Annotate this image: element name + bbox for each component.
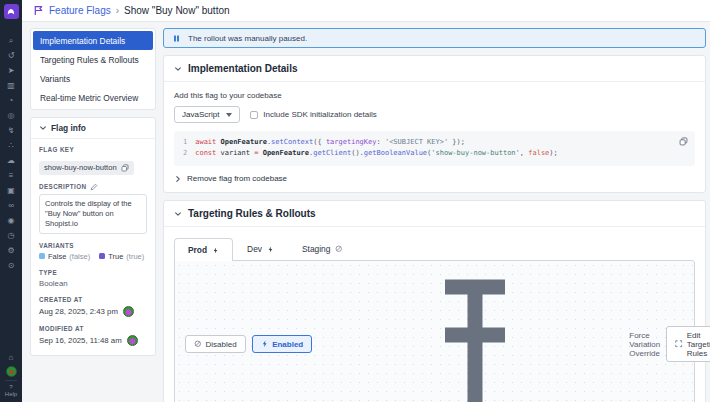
chevron-down-icon [226,113,232,117]
variant-true-swatch [99,253,105,259]
targeting-rules-card: Targeting Rules & Rollouts Prod Dev Stag… [163,200,706,402]
target-icon[interactable]: ⊙ [0,258,22,273]
implementation-details-card: Implementation Details Add this flag to … [163,55,706,193]
tab-staging-label: Staging [302,244,330,254]
settings-gear-icon[interactable]: ⚙ [0,243,22,258]
monitors-icon[interactable]: ◷ [0,228,22,243]
sidebar-item-variants[interactable]: Variants [33,69,153,88]
sidebar: Implementation Details Targeting Rules &… [30,28,156,356]
sidebar-item-implementation-details[interactable]: Implementation Details [33,31,153,50]
help-label: Help [5,391,17,398]
code-snippet: 1await OpenFeature.setContext({ targetin… [174,131,695,166]
integrations-icon[interactable]: ∞ [0,198,22,213]
enabled-button[interactable]: Enabled [252,335,313,353]
bolt-icon[interactable]: ↯ [0,123,22,138]
created-at-value: Aug 28, 2025, 2:43 pm [39,307,118,316]
language-select[interactable]: JavaScript [174,106,240,123]
tab-prod-label: Prod [188,245,207,255]
variant-true-name: True [108,252,123,261]
code-line-2: 2const variant = OpenFeature.getClient()… [183,148,686,159]
chevron-down-icon[interactable] [39,124,47,132]
tab-dev[interactable]: Dev [233,237,288,260]
bolt-icon [212,247,219,254]
feature-flag-icon [33,5,44,16]
prod-tab-panel: Disabled Enabled Force Variation Overrid… [174,260,695,402]
variant-false-swatch [39,253,45,259]
edit-targeting-rules-button[interactable]: Edit Targeting Rules [666,326,710,362]
remove-flag-toggle[interactable]: Remove flag from codebase [174,174,695,183]
datadog-logo[interactable] [4,4,19,19]
modules-icon[interactable]: ▣ [0,183,22,198]
pause-icon [172,34,181,43]
send-icon[interactable]: ➤ [0,63,22,78]
flag-key-chip: show-buy-now-button [39,161,134,175]
disabled-button-label: Disabled [206,340,237,349]
org-icon[interactable]: ⌂ [9,353,14,363]
breadcrumb: Feature Flags › Show "Buy Now" button [22,0,710,22]
logs-icon[interactable]: ≡ [0,168,22,183]
rail-bottom: ⌂ ? Help [5,353,17,402]
bolt-icon [261,340,269,348]
bolt-icon [267,246,274,253]
avatar [123,306,134,317]
sdk-init-checkbox[interactable] [250,111,258,119]
chevron-down-icon[interactable] [174,65,182,73]
disabled-circle-icon [194,340,202,348]
created-at-label: CREATED AT [39,296,147,303]
security-icon[interactable]: ◉ [0,213,22,228]
enabled-button-label: Enabled [272,340,303,349]
copy-icon[interactable] [679,137,688,146]
datadog-mascot-icon[interactable] [6,366,17,377]
chevron-right-icon [174,175,182,183]
code-line-1: 1await OpenFeature.setContext({ targetin… [183,137,686,148]
breadcrumb-separator: › [116,5,119,16]
flag-key-label: FLAG KEY [39,146,147,153]
edit-targeting-rules-label: Edit Targeting Rules [687,331,710,358]
language-select-value: JavaScript [182,110,219,119]
tab-staging[interactable]: Staging [288,237,357,260]
infrastructure-icon[interactable]: ▥ [0,78,22,93]
environment-tabs: Prod Dev Staging [174,237,695,260]
help-button[interactable]: ? Help [5,380,17,398]
sidebar-item-metric-overview[interactable]: Real-time Metric Overview [33,88,153,107]
targeting-rules-title: Targeting Rules & Rollouts [188,208,316,219]
force-variation-override[interactable]: Force Variation Override [325,269,660,402]
flag-type: Boolean [39,279,147,288]
tab-dev-label: Dev [247,244,262,254]
history-icon[interactable]: ↺ [0,48,22,63]
flag-description: Controls the display of the "Buy Now" bu… [39,194,147,234]
disabled-circle-icon [335,245,343,253]
search-icon[interactable]: ⌕ [0,33,22,48]
watchdog-icon[interactable]: ∴ [0,138,22,153]
codebase-label: Add this flag to your codebase [174,91,695,100]
copy-icon[interactable] [121,164,129,172]
service-map-icon[interactable]: ◎ [0,108,22,123]
tab-prod[interactable]: Prod [174,238,233,261]
modified-at-label: MODIFIED AT [39,325,147,332]
paused-alert-text: The rollout was manually paused. [188,34,307,43]
force-variation-override-label: Force Variation Override [629,331,660,358]
page-title: Show "Buy Now" button [124,5,230,16]
cloud-icon[interactable]: ☁ [0,153,22,168]
rail-icon-list: ⌕↺➤▥◔◎↯∴☁≡▣∞◉◷⚙⊙ [0,33,22,273]
flag-info-card: Flag info FLAG KEY show-buy-now-button D… [30,117,156,356]
help-question-icon: ? [5,384,17,391]
description-label-row: DESCRIPTION [39,183,147,191]
remove-flag-label: Remove flag from codebase [187,174,287,183]
variant-true-note: (true) [126,252,144,261]
variant-false-note: (false) [69,252,90,261]
sidebar-item-targeting-rules[interactable]: Targeting Rules & Rollouts [33,50,153,69]
type-label: TYPE [39,269,147,276]
edit-pencil-icon[interactable] [90,183,98,191]
disabled-button[interactable]: Disabled [185,335,246,353]
app-rail: ⌕↺➤▥◔◎↯∴☁≡▣∞◉◷⚙⊙ ⌂ ? Help [0,0,22,402]
expand-icon [675,340,683,348]
apm-icon[interactable]: ◔ [0,93,22,108]
avatar [127,335,138,346]
main-content: The rollout was manually paused. Impleme… [163,28,706,402]
chevron-down-icon[interactable] [174,210,182,218]
variants-row: False (false) True (true) [39,252,147,261]
breadcrumb-feature-flags[interactable]: Feature Flags [49,5,111,16]
variants-label: VARIANTS [39,242,147,249]
sdk-init-checkbox-label: Include SDK initialization details [263,110,376,119]
